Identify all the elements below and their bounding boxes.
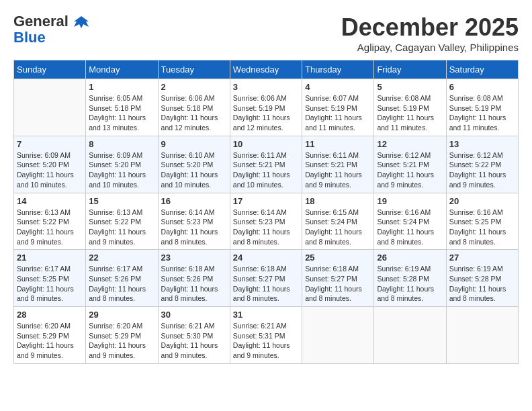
day-number: 17 [233, 196, 299, 206]
day-number: 22 [89, 253, 154, 263]
day-number: 16 [161, 196, 227, 206]
calendar-cell: 5Sunrise: 6:08 AM Sunset: 5:19 PM Daylig… [374, 79, 446, 136]
calendar-cell: 9Sunrise: 6:10 AM Sunset: 5:20 PM Daylig… [158, 136, 230, 193]
day-number: 5 [377, 82, 443, 92]
day-number: 4 [305, 82, 371, 92]
weekday-header-tuesday: Tuesday [158, 60, 230, 79]
day-info: Sunrise: 6:18 AM Sunset: 5:27 PM Dayligh… [305, 264, 371, 304]
calendar-cell: 16Sunrise: 6:14 AM Sunset: 5:23 PM Dayli… [158, 193, 230, 250]
page-header: General Blue December 2025 Aglipay, Caga… [13, 13, 519, 53]
day-number: 1 [89, 82, 154, 92]
calendar-cell: 19Sunrise: 6:16 AM Sunset: 5:24 PM Dayli… [374, 193, 446, 250]
day-info: Sunrise: 6:12 AM Sunset: 5:22 PM Dayligh… [449, 150, 515, 190]
day-number: 19 [377, 196, 443, 206]
day-info: Sunrise: 6:15 AM Sunset: 5:24 PM Dayligh… [305, 208, 371, 247]
logo: General Blue [13, 13, 89, 46]
calendar-cell: 12Sunrise: 6:12 AM Sunset: 5:21 PM Dayli… [374, 136, 446, 193]
svg-marker-0 [74, 16, 89, 28]
calendar-cell: 14Sunrise: 6:13 AM Sunset: 5:22 PM Dayli… [14, 193, 86, 250]
calendar-cell: 2Sunrise: 6:06 AM Sunset: 5:18 PM Daylig… [158, 79, 230, 136]
day-info: Sunrise: 6:13 AM Sunset: 5:22 PM Dayligh… [17, 208, 83, 247]
day-number: 3 [233, 82, 299, 92]
day-number: 15 [89, 196, 154, 206]
day-info: Sunrise: 6:14 AM Sunset: 5:23 PM Dayligh… [233, 208, 299, 247]
day-info: Sunrise: 6:10 AM Sunset: 5:20 PM Dayligh… [161, 150, 227, 190]
calendar-cell: 31Sunrise: 6:21 AM Sunset: 5:31 PM Dayli… [230, 307, 302, 364]
weekday-header-wednesday: Wednesday [230, 60, 302, 79]
day-info: Sunrise: 6:11 AM Sunset: 5:21 PM Dayligh… [305, 150, 371, 190]
day-number: 24 [233, 253, 299, 263]
calendar-week-row: 28Sunrise: 6:20 AM Sunset: 5:29 PM Dayli… [14, 307, 519, 364]
day-number: 26 [377, 253, 443, 263]
day-number: 21 [17, 253, 83, 263]
day-number: 20 [449, 196, 515, 206]
day-number: 13 [449, 139, 515, 149]
day-info: Sunrise: 6:17 AM Sunset: 5:26 PM Dayligh… [89, 264, 154, 304]
title-block: December 2025 Aglipay, Cagayan Valley, P… [341, 13, 519, 53]
day-info: Sunrise: 6:19 AM Sunset: 5:28 PM Dayligh… [377, 264, 443, 304]
day-number: 31 [233, 310, 299, 320]
day-number: 18 [305, 196, 371, 206]
day-info: Sunrise: 6:05 AM Sunset: 5:18 PM Dayligh… [89, 93, 154, 133]
day-number: 8 [89, 139, 154, 149]
day-info: Sunrise: 6:06 AM Sunset: 5:18 PM Dayligh… [161, 93, 227, 133]
day-info: Sunrise: 6:16 AM Sunset: 5:25 PM Dayligh… [449, 208, 515, 247]
calendar-cell [14, 79, 86, 136]
calendar-cell: 21Sunrise: 6:17 AM Sunset: 5:25 PM Dayli… [14, 250, 86, 307]
weekday-header-sunday: Sunday [14, 60, 86, 79]
day-info: Sunrise: 6:08 AM Sunset: 5:19 PM Dayligh… [449, 93, 515, 133]
day-info: Sunrise: 6:11 AM Sunset: 5:21 PM Dayligh… [233, 150, 299, 190]
day-info: Sunrise: 6:19 AM Sunset: 5:28 PM Dayligh… [449, 264, 515, 304]
calendar-cell: 22Sunrise: 6:17 AM Sunset: 5:26 PM Dayli… [86, 250, 158, 307]
day-info: Sunrise: 6:14 AM Sunset: 5:23 PM Dayligh… [161, 208, 227, 247]
weekday-header-monday: Monday [86, 60, 158, 79]
calendar-week-row: 1Sunrise: 6:05 AM Sunset: 5:18 PM Daylig… [14, 79, 519, 136]
logo-blue: Blue [13, 30, 89, 46]
day-number: 2 [161, 82, 227, 92]
day-info: Sunrise: 6:07 AM Sunset: 5:19 PM Dayligh… [305, 93, 371, 133]
day-info: Sunrise: 6:12 AM Sunset: 5:21 PM Dayligh… [377, 150, 443, 190]
day-info: Sunrise: 6:09 AM Sunset: 5:20 PM Dayligh… [17, 150, 83, 190]
month-title: December 2025 [341, 13, 519, 42]
calendar-cell: 15Sunrise: 6:13 AM Sunset: 5:22 PM Dayli… [86, 193, 158, 250]
calendar-cell: 11Sunrise: 6:11 AM Sunset: 5:21 PM Dayli… [302, 136, 374, 193]
calendar-cell: 23Sunrise: 6:18 AM Sunset: 5:26 PM Dayli… [158, 250, 230, 307]
day-number: 11 [305, 139, 371, 149]
calendar-cell: 20Sunrise: 6:16 AM Sunset: 5:25 PM Dayli… [446, 193, 518, 250]
day-number: 12 [377, 139, 443, 149]
day-info: Sunrise: 6:08 AM Sunset: 5:19 PM Dayligh… [377, 93, 443, 133]
calendar-cell: 10Sunrise: 6:11 AM Sunset: 5:21 PM Dayli… [230, 136, 302, 193]
day-info: Sunrise: 6:17 AM Sunset: 5:25 PM Dayligh… [17, 264, 83, 304]
calendar-cell: 4Sunrise: 6:07 AM Sunset: 5:19 PM Daylig… [302, 79, 374, 136]
day-number: 9 [161, 139, 227, 149]
calendar-week-row: 21Sunrise: 6:17 AM Sunset: 5:25 PM Dayli… [14, 250, 519, 307]
calendar-cell: 18Sunrise: 6:15 AM Sunset: 5:24 PM Dayli… [302, 193, 374, 250]
calendar-week-row: 14Sunrise: 6:13 AM Sunset: 5:22 PM Dayli… [14, 193, 519, 250]
weekday-header-saturday: Saturday [446, 60, 518, 79]
day-number: 7 [17, 139, 83, 149]
calendar-cell: 1Sunrise: 6:05 AM Sunset: 5:18 PM Daylig… [86, 79, 158, 136]
logo-bird-icon [74, 15, 89, 30]
calendar-cell: 28Sunrise: 6:20 AM Sunset: 5:29 PM Dayli… [14, 307, 86, 364]
calendar-cell: 24Sunrise: 6:18 AM Sunset: 5:27 PM Dayli… [230, 250, 302, 307]
day-number: 25 [305, 253, 371, 263]
calendar-cell: 27Sunrise: 6:19 AM Sunset: 5:28 PM Dayli… [446, 250, 518, 307]
day-info: Sunrise: 6:18 AM Sunset: 5:26 PM Dayligh… [161, 264, 227, 304]
weekday-header-friday: Friday [374, 60, 446, 79]
day-number: 6 [449, 82, 515, 92]
calendar-cell: 7Sunrise: 6:09 AM Sunset: 5:20 PM Daylig… [14, 136, 86, 193]
calendar-cell: 17Sunrise: 6:14 AM Sunset: 5:23 PM Dayli… [230, 193, 302, 250]
day-info: Sunrise: 6:21 AM Sunset: 5:31 PM Dayligh… [233, 321, 299, 361]
calendar-cell: 30Sunrise: 6:21 AM Sunset: 5:30 PM Dayli… [158, 307, 230, 364]
day-info: Sunrise: 6:18 AM Sunset: 5:27 PM Dayligh… [233, 264, 299, 304]
calendar-cell [374, 307, 446, 364]
day-number: 23 [161, 253, 227, 263]
day-info: Sunrise: 6:09 AM Sunset: 5:20 PM Dayligh… [89, 150, 154, 190]
day-number: 27 [449, 253, 515, 263]
calendar-cell: 13Sunrise: 6:12 AM Sunset: 5:22 PM Dayli… [446, 136, 518, 193]
day-number: 29 [89, 310, 154, 320]
calendar-cell [302, 307, 374, 364]
logo-general: General [13, 13, 69, 30]
location: Aglipay, Cagayan Valley, Philippines [341, 42, 519, 53]
day-info: Sunrise: 6:20 AM Sunset: 5:29 PM Dayligh… [89, 321, 154, 361]
